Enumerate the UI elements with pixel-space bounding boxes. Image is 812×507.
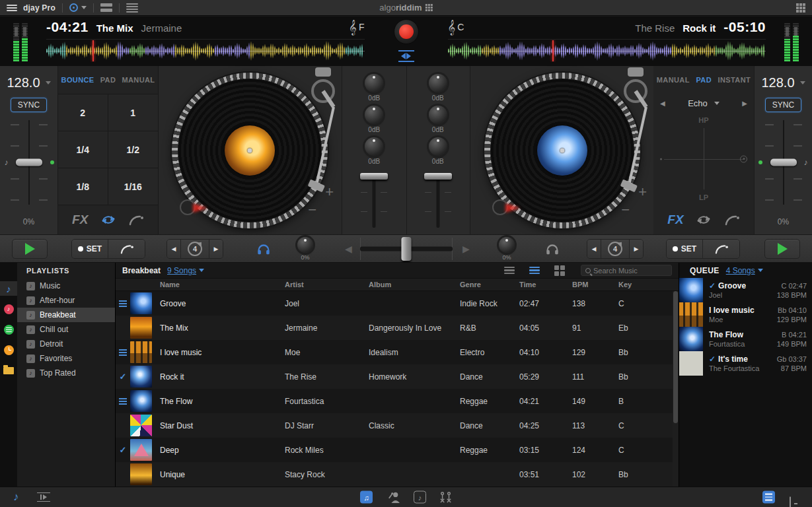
search-input[interactable]: Search Music <box>581 265 672 276</box>
knob-dial[interactable] <box>429 137 447 156</box>
loop-halve-button[interactable]: ◀ <box>587 240 601 258</box>
eq-knob-low[interactable]: 0dB <box>365 137 383 165</box>
scrollbar[interactable] <box>673 291 679 487</box>
nudge-minus[interactable]: − <box>621 201 630 219</box>
deck-left-set-cue-button[interactable]: SET <box>72 240 108 258</box>
song-count-dropdown[interactable]: 9 Songs <box>167 266 204 275</box>
channel-fader[interactable] <box>425 172 451 228</box>
hamburger-menu-icon[interactable] <box>7 5 17 11</box>
column-header-key[interactable]: Key <box>618 281 679 288</box>
loop-halve-button[interactable]: ◀ <box>167 240 180 258</box>
crossfader[interactable] <box>344 238 469 260</box>
deck-right-waveform[interactable] <box>448 39 766 62</box>
fader-handle[interactable] <box>360 173 388 180</box>
eq-knob-mid[interactable]: 0dB <box>429 106 447 133</box>
eq-knob-low[interactable]: 0dB <box>429 137 447 165</box>
source-apple-music-icon[interactable]: ♪ <box>0 302 17 316</box>
deck-left-play-button[interactable] <box>12 239 48 259</box>
deck-right-play-button[interactable] <box>764 239 800 259</box>
table-row[interactable]: ✓Rock itThe RiseHomeworkDance05:29111Bb <box>116 364 679 389</box>
knob-dial[interactable] <box>429 106 447 124</box>
fx-prev-arrow[interactable]: ◀ <box>660 100 665 107</box>
column-header-genre[interactable]: Genre <box>460 281 519 288</box>
deck-left-headphone-cue-icon[interactable] <box>256 242 271 255</box>
fx-tab[interactable]: FX <box>72 213 88 227</box>
knob-dial[interactable] <box>429 74 447 92</box>
column-header-name[interactable]: Name <box>155 281 285 288</box>
deck-right-headphone-cue-icon[interactable] <box>545 242 560 255</box>
crossfader-handle[interactable] <box>402 237 412 261</box>
xy-pad-marker[interactable] <box>740 155 747 162</box>
slip-icon[interactable] <box>724 213 740 226</box>
sidebar-item-breakbeat[interactable]: ♪Breakbeat <box>17 308 115 322</box>
loop-icon[interactable] <box>100 214 116 226</box>
deck-right-pitch-slider[interactable]: ♪ <box>764 120 803 205</box>
deck-left-slip-button[interactable] <box>108 240 145 258</box>
vocalist-tab-icon[interactable] <box>387 491 401 503</box>
table-row[interactable]: I love musicMoeIdealismElectro04:10129Bb <box>116 340 679 364</box>
bounce-pad-1-4[interactable]: 1/4 <box>58 131 108 168</box>
column-header-artist[interactable]: Artist <box>285 281 369 288</box>
pad-tab-pad[interactable]: PAD <box>100 76 116 84</box>
deck-left-bpm[interactable]: 128.0 <box>7 75 50 90</box>
pad-tab-instant[interactable]: INSTANT <box>718 76 751 84</box>
view-grid-icon[interactable] <box>554 265 565 276</box>
queue-item[interactable]: ✓It's timeGb 03:37The Fourtastica87 BPM <box>679 351 812 376</box>
table-row[interactable]: GrooveJoelIndie Rock02:47138C <box>116 291 679 316</box>
pad-tab-manual[interactable]: MANUAL <box>122 76 155 84</box>
sidebar-item-after-hour[interactable]: ♪After-hour <box>17 293 115 308</box>
view-list-art-icon[interactable] <box>529 267 540 275</box>
queue-item[interactable]: The FlowB 04:21Fourtastica149 BPM <box>679 327 812 351</box>
library-tab-icon[interactable]: ♫ <box>360 491 373 504</box>
keyboard-drawer-icon[interactable] <box>790 496 791 507</box>
pad-tab-bounce[interactable]: BOUNCE <box>61 76 94 84</box>
deck-right-set-cue-button[interactable]: SET <box>667 240 703 258</box>
table-row[interactable]: ✓DeepRock MilesReggae03:15124C <box>116 438 679 462</box>
sidebar-item-chill-out[interactable]: ♪Chill out <box>17 322 115 337</box>
deck-right-slip-button[interactable] <box>703 240 739 258</box>
loop-double-button[interactable]: ▶ <box>209 240 223 258</box>
deck-left-sync-button[interactable]: SYNC <box>11 98 47 112</box>
fx-name-dropdown[interactable]: Echo <box>688 98 720 108</box>
sampler-tab-icon[interactable]: ♪ <box>414 491 426 504</box>
deck-left-filter-knob[interactable]: 0% <box>297 237 313 261</box>
fx-next-arrow[interactable]: ▶ <box>742 100 747 107</box>
eq-knob-high[interactable]: 0dB <box>429 74 447 102</box>
queue-item[interactable]: ✓GrooveC 02:47Joel138 BPM <box>679 278 812 302</box>
queue-list-icon[interactable] <box>762 491 775 504</box>
eq-knob-mid[interactable]: 0dB <box>365 106 383 133</box>
fx-tab[interactable]: FX <box>667 213 683 227</box>
fader-handle[interactable] <box>424 173 452 180</box>
slip-icon[interactable] <box>128 213 144 226</box>
deck-left-loop-button[interactable]: 4 <box>180 240 209 258</box>
apps-grid-icon[interactable] <box>796 3 805 13</box>
nudge-plus[interactable]: + <box>638 184 647 201</box>
queue-count-dropdown[interactable]: 4 Songs <box>726 266 763 275</box>
source-spotify-icon[interactable] <box>0 322 17 337</box>
source-history-icon[interactable] <box>0 343 17 357</box>
deck-view-icon[interactable] <box>100 3 112 12</box>
nudge-plus[interactable]: + <box>325 184 334 201</box>
bounce-pad-1[interactable]: 1 <box>108 94 159 131</box>
knob-dial[interactable] <box>365 74 383 92</box>
column-header-album[interactable]: Album <box>369 281 460 288</box>
bounce-pad-1-8[interactable]: 1/8 <box>58 168 108 205</box>
source-local-music-icon[interactable]: ♪ <box>0 281 17 296</box>
record-button[interactable] <box>394 19 419 44</box>
bounce-pad-2[interactable]: 2 <box>58 94 108 131</box>
knob-dial[interactable] <box>365 137 383 156</box>
knob-dial[interactable] <box>365 106 383 124</box>
deck-left-pitch-slider[interactable]: ♪ <box>9 120 49 205</box>
deck-right-loop-button[interactable]: 4 <box>601 240 630 258</box>
sidebar-item-top-rated[interactable]: ♪Top Rated <box>17 366 115 380</box>
deck-right-bpm[interactable]: 128.0 <box>761 75 805 90</box>
loop-double-button[interactable]: ▶ <box>630 240 643 258</box>
channel-fader[interactable] <box>361 172 387 228</box>
table-row[interactable]: Star DustDJ StarrClassicDance04:25113C <box>116 413 679 438</box>
pad-tab-manual[interactable]: MANUAL <box>657 76 690 84</box>
pitch-handle[interactable] <box>770 159 797 166</box>
nudge-minus[interactable]: − <box>308 201 316 219</box>
eq-knob-high[interactable]: 0dB <box>365 74 383 102</box>
table-row[interactable]: The FlowFourtasticaReggae04:21149B <box>116 389 679 413</box>
column-header-bpm[interactable]: BPM <box>572 281 618 288</box>
